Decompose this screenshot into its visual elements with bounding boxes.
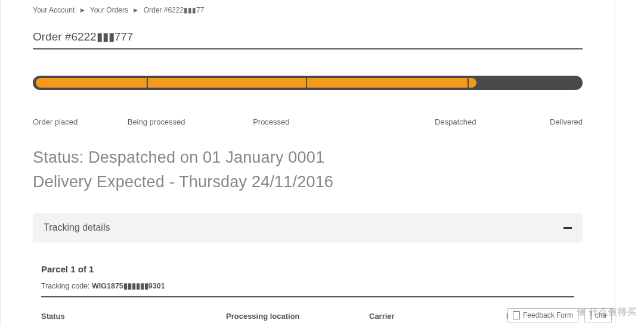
breadcrumb-account-link[interactable]: Your Account <box>33 6 75 14</box>
minus-icon <box>564 227 572 229</box>
progress-label-placed: Order placed <box>33 117 78 126</box>
breadcrumb-orders-link[interactable]: Your Orders <box>90 6 128 14</box>
status-delivery-expected: Delivery Expected - Thursday 24/11/2016 <box>33 170 583 194</box>
progress-labels: Order placed Being processed Processed D… <box>33 117 583 126</box>
col-header-status: Status <box>41 312 226 321</box>
progress-label-processing: Being processed <box>128 117 185 126</box>
watermark: 值 什么值得买 <box>577 306 637 318</box>
progress-label-despatched: Despatched <box>435 117 476 126</box>
breadcrumb-current: Order #6222▮▮▮77 <box>144 6 205 14</box>
status-block: Status: Despatched on 01 January 0001 De… <box>33 145 583 194</box>
order-progress: Order placed Being processed Processed D… <box>33 76 583 126</box>
chevron-right-icon: ▶ <box>134 7 138 13</box>
tracking-code-value: WIG1875▮▮▮▮▮▮9301 <box>92 282 165 290</box>
tracking-details-label: Tracking details <box>44 222 110 233</box>
col-header-carrier: Carrier <box>369 312 506 321</box>
parcel-title: Parcel 1 of 1 <box>41 264 574 274</box>
progress-fill <box>36 78 476 88</box>
tracking-table-head: Status Processing location Carrier Date <box>41 312 574 321</box>
feedback-label: Feedback Form <box>523 311 573 319</box>
tracking-code-label: Tracking code: <box>41 282 92 290</box>
status-despatched: Status: Despatched on 01 January 0001 <box>33 145 583 170</box>
document-icon <box>513 311 520 319</box>
page-title: Order #6222▮▮▮777 <box>33 30 583 49</box>
progress-track <box>33 76 583 90</box>
col-header-location: Processing location <box>226 312 369 321</box>
progress-label-processed: Processed <box>253 117 289 126</box>
tracking-code: Tracking code: WIG1875▮▮▮▮▮▮9301 <box>41 281 574 297</box>
progress-label-delivered: Delivered <box>550 117 583 126</box>
chevron-right-icon: ▶ <box>80 7 85 13</box>
feedback-form-button[interactable]: Feedback Form <box>507 308 578 322</box>
tracking-details-toggle[interactable]: Tracking details <box>33 213 583 243</box>
breadcrumb: Your Account ▶ Your Orders ▶ Order #6222… <box>33 5 583 30</box>
parcel-block: Parcel 1 of 1 Tracking code: WIG1875▮▮▮▮… <box>33 264 583 326</box>
